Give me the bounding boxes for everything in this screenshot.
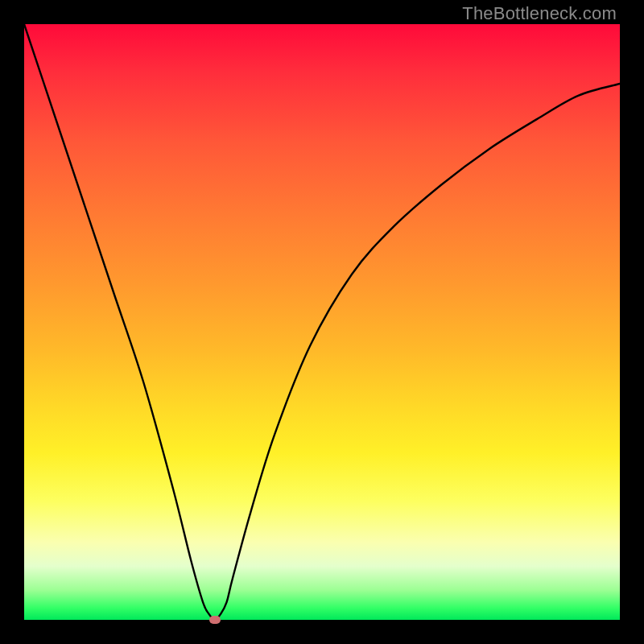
optimum-marker	[209, 616, 221, 624]
watermark-text: TheBottleneck.com	[462, 3, 617, 24]
plot-area	[24, 24, 620, 620]
bottleneck-curve	[24, 24, 620, 620]
chart-frame: TheBottleneck.com	[0, 0, 644, 644]
